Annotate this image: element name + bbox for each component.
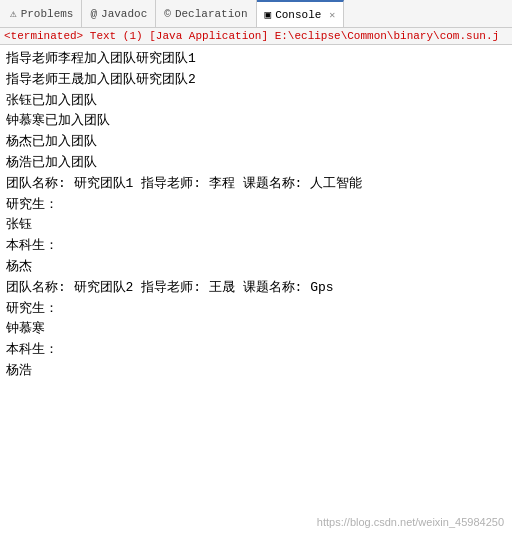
tab-problems-label: Problems — [21, 8, 74, 20]
tab-problems-icon: ⚠ — [10, 7, 17, 20]
tab-declaration[interactable]: © Declaration — [156, 0, 256, 27]
tab-declaration-icon: © — [164, 8, 171, 20]
console-line: 指导老师李程加入团队研究团队1 — [6, 49, 506, 70]
tab-declaration-label: Declaration — [175, 8, 248, 20]
tab-javadoc-label: Javadoc — [101, 8, 147, 20]
console-line: 钟慕寒已加入团队 — [6, 111, 506, 132]
console-line: 团队名称: 研究团队2 指导老师: 王晟 课题名称: Gps — [6, 278, 506, 299]
console-line: 指导老师王晟加入团队研究团队2 — [6, 70, 506, 91]
status-bar: <terminated> Text (1) [Java Application]… — [0, 28, 512, 45]
tab-console-icon: ▣ — [265, 8, 272, 21]
console-content[interactable]: 指导老师李程加入团队研究团队1指导老师王晟加入团队研究团队2张钰已加入团队钟慕寒… — [0, 45, 512, 536]
console-lines: 指导老师李程加入团队研究团队1指导老师王晟加入团队研究团队2张钰已加入团队钟慕寒… — [6, 49, 506, 382]
console-line: 本科生： — [6, 236, 506, 257]
tab-problems[interactable]: ⚠ Problems — [2, 0, 82, 27]
console-line: 张钰 — [6, 215, 506, 236]
console-line: 本科生： — [6, 340, 506, 361]
status-text: <terminated> Text (1) [Java Application]… — [4, 30, 499, 42]
console-line: 研究生： — [6, 299, 506, 320]
console-line: 杨杰已加入团队 — [6, 132, 506, 153]
console-line: 杨浩已加入团队 — [6, 153, 506, 174]
tab-javadoc-icon: @ — [90, 8, 97, 20]
console-line: 张钰已加入团队 — [6, 91, 506, 112]
console-line: 杨浩 — [6, 361, 506, 382]
console-line: 钟慕寒 — [6, 319, 506, 340]
watermark: https://blog.csdn.net/weixin_45984250 — [317, 516, 504, 528]
tab-console-label: Console — [275, 9, 321, 21]
tab-console-close-icon[interactable]: ✕ — [329, 9, 335, 21]
tab-javadoc[interactable]: @ Javadoc — [82, 0, 156, 27]
console-line: 杨杰 — [6, 257, 506, 278]
tab-console[interactable]: ▣ Console ✕ — [257, 0, 345, 27]
console-line: 研究生： — [6, 195, 506, 216]
tab-bar: ⚠ Problems @ Javadoc © Declaration ▣ Con… — [0, 0, 512, 28]
console-line: 团队名称: 研究团队1 指导老师: 李程 课题名称: 人工智能 — [6, 174, 506, 195]
